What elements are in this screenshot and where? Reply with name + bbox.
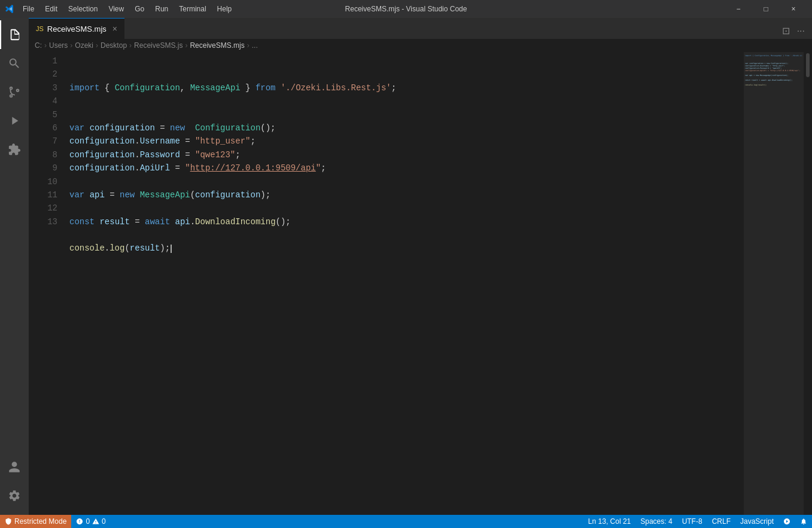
activity-icon-search[interactable] <box>0 49 29 78</box>
code-line: configuration.Password = "qwe123"; <box>69 148 744 161</box>
main-layout: JS ReceiveSMS.mjs × ⊡ ··· C: › Users › O… <box>0 18 812 515</box>
menu-edit[interactable]: Edit <box>40 2 62 16</box>
code-line <box>69 228 744 242</box>
activity-icon-extensions[interactable] <box>0 135 29 164</box>
tab-receivesms[interactable]: JS ReceiveSMS.mjs × <box>29 18 124 39</box>
menu-view[interactable]: View <box>104 2 129 16</box>
code-content[interactable]: import { Configuration, MessageApi } fro… <box>65 52 744 515</box>
title-bar: File Edit Selection View Go Run Terminal… <box>0 0 812 18</box>
status-position[interactable]: Ln 13, Col 21 <box>583 517 635 526</box>
tab-bar-actions: ⊡ ··· <box>780 23 812 39</box>
bell-icon <box>800 518 807 525</box>
more-actions-button[interactable]: ··· <box>795 23 807 39</box>
cursor-position: Ln 13, Col 21 <box>588 517 631 526</box>
minimap: import { Configuration, MessageApi } fro… <box>744 52 804 515</box>
error-count: 0 <box>86 517 90 526</box>
menu-file[interactable]: File <box>18 2 39 16</box>
status-bar-right: Ln 13, Col 21 Spaces: 4 UTF-8 CRLF JavaS… <box>583 517 812 526</box>
vertical-scrollbar[interactable] <box>804 52 812 515</box>
activity-icon-source-control[interactable] <box>0 78 29 106</box>
breadcrumb-c[interactable]: C: <box>35 41 42 50</box>
eol-label: CRLF <box>712 517 731 526</box>
breadcrumb-ozeki[interactable]: Ozeki <box>75 41 93 50</box>
language-label: JavaScript <box>740 517 774 526</box>
status-notifications[interactable] <box>795 518 812 525</box>
status-remote[interactable] <box>778 518 795 525</box>
code-line: import { Configuration, MessageApi } fro… <box>69 81 744 94</box>
breadcrumb-ellipsis[interactable]: ... <box>252 41 258 50</box>
code-line: configuration.ApiUrl = "http://127.0.0.1… <box>69 161 744 175</box>
status-restricted-mode[interactable]: Restricted Mode <box>0 515 71 528</box>
line-numbers: 1 2 3 4 5 6 7 8 9 10 11 12 13 <box>29 52 65 515</box>
title-bar-left: File Edit Selection View Go Run Terminal… <box>5 2 236 16</box>
code-line <box>69 108 744 121</box>
activity-icon-settings[interactable] <box>0 481 29 510</box>
minimize-button[interactable]: − <box>725 0 752 18</box>
split-editor-button[interactable]: ⊡ <box>780 23 792 39</box>
editor-area: JS ReceiveSMS.mjs × ⊡ ··· C: › Users › O… <box>29 18 812 515</box>
menu-selection[interactable]: Selection <box>63 2 102 16</box>
menu-go[interactable]: Go <box>130 2 149 16</box>
vscode-logo-icon <box>5 4 14 14</box>
close-button[interactable]: × <box>780 0 807 18</box>
tab-file-icon: JS <box>36 25 44 32</box>
remote-icon <box>783 518 790 525</box>
breadcrumb-receivesmsjs[interactable]: ReceiveSMS.js <box>134 41 183 50</box>
window-title: ReceiveSMS.mjs - Visual Studio Code <box>345 5 467 13</box>
maximize-button[interactable]: □ <box>752 0 780 18</box>
activity-bar <box>0 18 29 515</box>
code-line <box>69 175 744 188</box>
activity-icon-run[interactable] <box>0 106 29 135</box>
code-line: var configuration = new Configuration(); <box>69 121 744 135</box>
scrollbar-thumb[interactable] <box>806 53 810 77</box>
status-bar: Restricted Mode 0 0 Ln 13, Col 21 Spaces… <box>0 515 812 528</box>
window-controls: − □ × <box>725 0 807 18</box>
menu-run[interactable]: Run <box>150 2 173 16</box>
status-spaces[interactable]: Spaces: 4 <box>635 517 677 526</box>
activity-icon-files[interactable] <box>0 20 29 49</box>
tab-label: ReceiveSMS.mjs <box>47 25 107 33</box>
warning-icon <box>92 518 99 525</box>
error-icon <box>76 518 83 525</box>
tab-bar: JS ReceiveSMS.mjs × ⊡ ··· <box>29 18 812 39</box>
code-line: console.log(result); <box>69 242 744 255</box>
status-language[interactable]: JavaScript <box>735 517 778 526</box>
breadcrumb-receivesmsmjs[interactable]: ReceiveSMS.mjs <box>190 41 244 50</box>
status-encoding[interactable]: UTF-8 <box>677 517 707 526</box>
menu-terminal[interactable]: Terminal <box>174 2 211 16</box>
restricted-mode-label: Restricted Mode <box>14 517 66 526</box>
breadcrumb-users[interactable]: Users <box>49 41 68 50</box>
spaces-label: Spaces: 4 <box>640 517 672 526</box>
encoding-label: UTF-8 <box>682 517 702 526</box>
code-line: const result = await api.DownloadIncomin… <box>69 215 744 228</box>
code-line <box>69 202 744 215</box>
code-line: var api = new MessageApi(configuration); <box>69 188 744 202</box>
code-line: configuration.Username = "http_user"; <box>69 135 744 148</box>
activity-icon-account[interactable] <box>0 453 29 481</box>
activity-bar-bottom <box>0 453 29 515</box>
breadcrumb: C: › Users › Ozeki › Desktop › ReceiveSM… <box>29 39 812 52</box>
status-eol[interactable]: CRLF <box>707 517 735 526</box>
breadcrumb-desktop[interactable]: Desktop <box>101 41 127 50</box>
menu-help[interactable]: Help <box>212 2 237 16</box>
tab-close-button[interactable]: × <box>112 25 117 33</box>
code-line <box>69 94 744 108</box>
menu-bar: File Edit Selection View Go Run Terminal… <box>18 2 236 16</box>
warning-count: 0 <box>102 517 106 526</box>
status-errors[interactable]: 0 0 <box>71 515 110 528</box>
shield-icon <box>5 518 12 525</box>
code-editor[interactable]: 1 2 3 4 5 6 7 8 9 10 11 12 13 import { C… <box>29 52 812 515</box>
